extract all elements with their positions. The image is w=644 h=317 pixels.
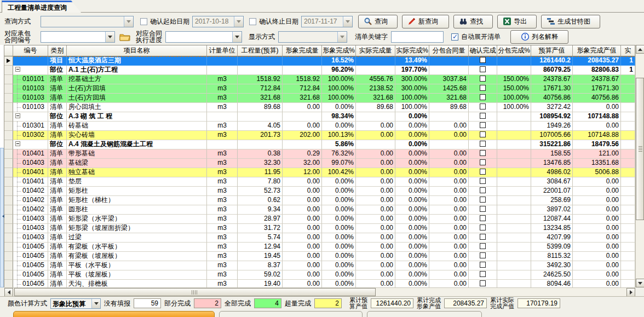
confirm-checkbox[interactable] (480, 252, 486, 258)
confirm-checkbox[interactable] (480, 262, 486, 268)
column-header-sub-qty[interactable]: 分包合同量 (429, 45, 469, 56)
collapse-expander-icon[interactable] (15, 113, 20, 118)
query-mode-combo[interactable] (41, 16, 134, 27)
table-row[interactable]: 部位A.1 土(石)方工程96.20%197.70%86079.2582806.… (4, 66, 635, 75)
find-button[interactable]: 查找 (453, 15, 493, 28)
folder-icon[interactable] (119, 32, 130, 41)
cell-confirm[interactable] (469, 177, 497, 187)
confirm-checkbox[interactable] (480, 76, 486, 82)
cell-confirm[interactable] (469, 280, 497, 287)
confirm-checkbox[interactable] (480, 141, 486, 147)
contract-progress-combo[interactable] (165, 31, 242, 43)
vertical-scroll-thumb[interactable] (636, 78, 644, 220)
confirm-checkbox[interactable] (480, 122, 486, 128)
horizontal-scroll-thumb[interactable] (14, 288, 376, 296)
end-date-combo[interactable]: 2017-11-17 (301, 16, 353, 27)
confirm-checkbox[interactable] (480, 169, 486, 175)
table-row[interactable]: 010401清单独立基础m311.9512.00100.42%0.000.00%… (4, 168, 635, 177)
table-row[interactable]: 010403清单矩形梁（水平梁）m328.970.000.00%0.000.00… (4, 215, 635, 224)
cell-confirm[interactable] (469, 243, 497, 252)
confirm-checkbox[interactable] (480, 243, 486, 249)
confirm-checkbox[interactable] (480, 187, 486, 193)
cell-confirm[interactable] (469, 131, 497, 140)
cell-confirm[interactable] (469, 215, 497, 224)
scroll-left-button[interactable] (4, 288, 13, 297)
table-row[interactable]: 010403清单过梁m35.740.000.00%0.000.00%0.0042… (4, 233, 635, 243)
cell-confirm[interactable] (469, 224, 497, 233)
cell-confirm[interactable] (469, 252, 497, 261)
cell-confirm[interactable] (469, 149, 497, 159)
table-row[interactable]: 部位A.4 混凝土及钢筋混凝土工程5.86%0.00%315221.861847… (4, 140, 635, 149)
chevron-down-icon[interactable] (343, 16, 352, 27)
table-row[interactable]: 010401清单垫层m37.800.000.00%0.000.00%0.0030… (4, 177, 635, 187)
scroll-right-button[interactable] (626, 288, 635, 297)
bottom-tab-3[interactable] (367, 311, 482, 317)
cell-confirm[interactable] (469, 103, 497, 112)
confirm-checkbox[interactable] (480, 215, 486, 221)
left-splitter[interactable] (0, 45, 4, 287)
column-header-sub-pct[interactable]: 分包完成% (497, 45, 531, 56)
auto-expand-checkbox[interactable] (451, 33, 458, 41)
table-row[interactable]: 010403清单矩形梁（坡屋面折梁）m331.720.000.00%0.000.… (4, 224, 635, 233)
chevron-down-icon[interactable] (337, 32, 347, 42)
end-date-checkbox[interactable] (249, 18, 256, 25)
confirm-checkbox[interactable] (480, 85, 486, 91)
bottom-tab-active[interactable] (13, 311, 215, 317)
table-row[interactable]: 010405清单有梁板（坡屋板）m319.450.000.00%0.000.00… (4, 252, 635, 261)
table-row[interactable]: 010101清单挖基础土方m31518.921518.92100.00%4556… (4, 75, 635, 84)
confirm-checkbox[interactable] (480, 234, 486, 240)
table-row[interactable]: 010405清单平板（水平板）m38.370.000.00%0.000.00%0… (4, 261, 635, 270)
cell-confirm[interactable] (469, 233, 497, 243)
cell-confirm[interactable] (469, 270, 497, 280)
table-row[interactable]: 010403清单基础梁m332.3032.0099.07%0.000.00%0.… (4, 159, 635, 168)
table-row[interactable]: 010103清单土(石)方回填m3321.68321.68100.00%321.… (4, 94, 635, 103)
chevron-down-icon[interactable] (124, 16, 133, 27)
column-help-button[interactable]: 列名解释 (510, 30, 568, 44)
column-header-code[interactable]: 编号 (13, 45, 48, 56)
table-row[interactable]: 010103清单房心回填土m389.680.000.00%89.68100.00… (4, 103, 635, 112)
horizontal-scrollbar[interactable] (4, 287, 635, 296)
scroll-down-button[interactable] (636, 279, 644, 287)
confirm-checkbox[interactable] (480, 103, 486, 109)
column-header-budget-val[interactable]: 预算产值 (531, 45, 573, 56)
cell-confirm[interactable] (469, 94, 497, 103)
confirm-checkbox[interactable] (480, 197, 486, 203)
color-mode-combo[interactable]: 形象比预算 (50, 298, 101, 309)
query-button[interactable]: 查询 (358, 15, 398, 28)
confirm-checkbox[interactable] (480, 271, 486, 277)
confirm-checkbox[interactable] (480, 159, 486, 165)
bottom-tab-2[interactable] (219, 311, 363, 317)
column-header-img-pct[interactable]: 形象完成% (322, 45, 356, 56)
cell-confirm[interactable] (469, 168, 497, 177)
chevron-down-icon[interactable] (234, 16, 243, 27)
table-row[interactable]: 010405清单天沟、排檐板m319.400.000.00%0.000.00%0… (4, 280, 635, 287)
vertical-scrollbar[interactable] (635, 45, 644, 287)
confirm-checkbox[interactable] (480, 224, 486, 230)
new-query-button[interactable]: 新查询 (402, 15, 449, 28)
confirm-checkbox[interactable] (480, 66, 486, 72)
table-row[interactable]: 010302清单实心砖墙m3201.73202.00100.13%0.000.0… (4, 131, 635, 140)
confirm-checkbox[interactable] (480, 178, 486, 184)
cell-confirm[interactable] (469, 196, 497, 205)
table-row[interactable]: 部位A.3 砌 筑 工 程98.34%0.00%108954.92107148.… (4, 112, 635, 122)
confirm-checkbox[interactable] (480, 94, 486, 100)
column-header-act-qty[interactable]: 实际完成量 (356, 45, 395, 56)
cell-confirm[interactable] (469, 261, 497, 270)
start-date-checkbox[interactable] (140, 18, 147, 25)
cell-confirm[interactable] (469, 187, 497, 196)
cell-confirm[interactable] (469, 122, 497, 131)
keyword-input[interactable] (391, 31, 444, 43)
export-button[interactable]: 导出 (497, 15, 537, 28)
column-header-act-pct[interactable]: 实际完成% (395, 45, 429, 56)
cell-confirm[interactable] (469, 112, 497, 122)
table-row[interactable]: 010301清单砖基础m34.050.000.00%0.000.00%0.001… (4, 122, 635, 131)
cell-confirm[interactable] (469, 66, 497, 75)
table-row[interactable]: 010402清单圆形柱m39.340.000.00%0.000.00%0.003… (4, 205, 635, 215)
column-header-unit[interactable]: 计量单位 (207, 45, 238, 56)
cell-confirm[interactable] (469, 159, 497, 168)
chevron-down-icon[interactable] (232, 32, 242, 42)
confirm-checkbox[interactable] (480, 57, 486, 63)
chevron-down-icon[interactable] (91, 299, 100, 308)
table-row[interactable]: 010405清单平板（坡屋板）m359.020.000.00%0.000.00%… (4, 270, 635, 280)
table-row[interactable]: 010401清单带形基础m30.380.2976.32%0.000.00%0.0… (4, 149, 635, 159)
